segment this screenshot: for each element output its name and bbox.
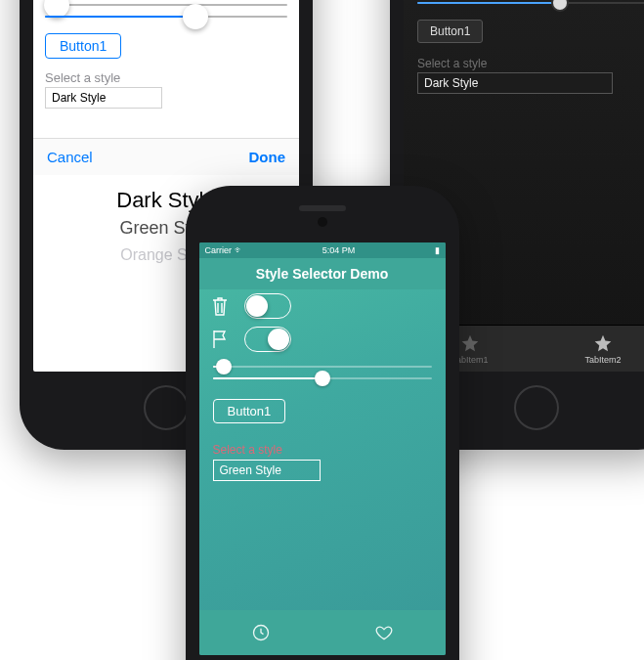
star-icon bbox=[460, 333, 480, 353]
picker-toolbar: Cancel Done bbox=[33, 138, 299, 175]
switch-1[interactable] bbox=[244, 293, 291, 319]
select-label: Select a style bbox=[199, 433, 446, 460]
slider-1[interactable] bbox=[45, 4, 287, 6]
star-icon bbox=[593, 333, 613, 353]
tab-item-2[interactable]: TabItem2 bbox=[537, 326, 644, 372]
style-field[interactable] bbox=[417, 72, 613, 94]
home-button[interactable] bbox=[144, 385, 189, 430]
button1[interactable]: Button1 bbox=[213, 399, 286, 423]
switch-2[interactable] bbox=[244, 327, 291, 352]
tab-item-1[interactable] bbox=[199, 610, 322, 655]
style-field[interactable] bbox=[45, 87, 162, 109]
tab-item-2[interactable] bbox=[322, 610, 446, 655]
flag-icon[interactable] bbox=[209, 329, 231, 350]
slider-2[interactable] bbox=[417, 2, 644, 4]
carrier-label: Carrier ᯤ bbox=[205, 245, 243, 255]
home-button[interactable] bbox=[514, 385, 559, 430]
tab-bar bbox=[199, 610, 446, 655]
trash-icon[interactable] bbox=[209, 295, 231, 317]
button1[interactable]: Button1 bbox=[45, 33, 121, 59]
clock-icon bbox=[251, 623, 271, 642]
battery-icon: ▮ bbox=[435, 245, 440, 255]
select-label: Select a style bbox=[33, 65, 299, 87]
done-button[interactable]: Done bbox=[249, 149, 286, 165]
tab-label: TabItem2 bbox=[584, 355, 621, 365]
style-field[interactable] bbox=[213, 460, 321, 481]
phone-green: Carrier ᯤ 5:04 PM ▮ Style Selector Demo … bbox=[186, 186, 459, 660]
slider-2[interactable] bbox=[45, 16, 287, 18]
cancel-button[interactable]: Cancel bbox=[47, 149, 93, 165]
slider-1[interactable] bbox=[213, 366, 432, 368]
status-bar: Carrier ᯤ 5:04 PM ▮ bbox=[199, 242, 446, 258]
select-label: Select a style bbox=[404, 49, 644, 72]
clock-label: 5:04 PM bbox=[322, 245, 356, 255]
screen-green: Carrier ᯤ 5:04 PM ▮ Style Selector Demo … bbox=[199, 242, 446, 655]
slider-2[interactable] bbox=[213, 377, 432, 379]
button1[interactable]: Button1 bbox=[417, 20, 483, 43]
page-title: Style Selector Demo bbox=[199, 258, 446, 289]
heart-icon bbox=[374, 623, 394, 642]
